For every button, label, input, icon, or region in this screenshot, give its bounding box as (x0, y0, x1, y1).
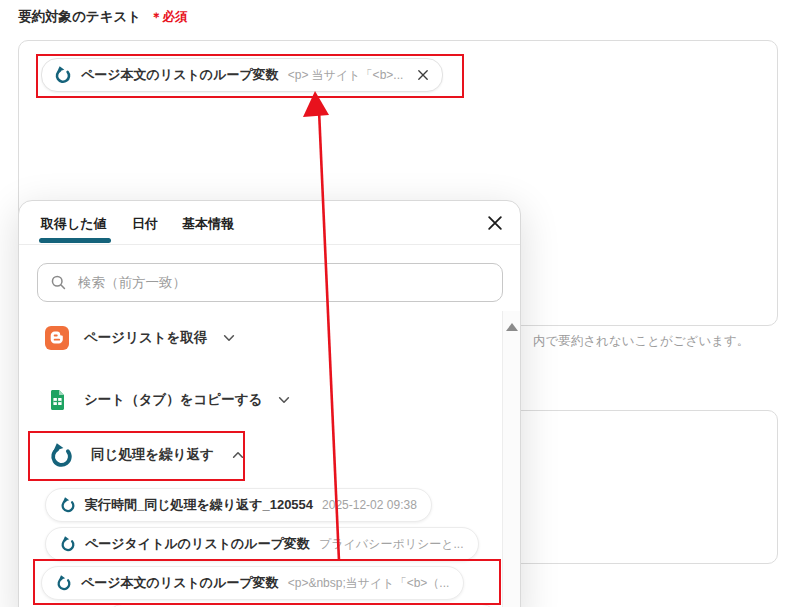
tab-date[interactable]: 日付 (132, 215, 158, 233)
group-row-sheets[interactable]: シート（タブ）をコピーする (45, 380, 291, 420)
group-label: 同じ処理を繰り返す (91, 446, 214, 464)
group-row-blogger[interactable]: ページリストを取得 (45, 318, 236, 358)
variable-label: ページタイトルのリストのループ変数 (85, 535, 310, 553)
screen: 要約対象のテキスト＊必須 ページ本文のリストのループ変数 <p> 当サイト「<b… (0, 0, 796, 607)
variable-preview: <p>&nbsp;当サイト「<b>（... (288, 575, 450, 592)
search-input[interactable] (76, 274, 490, 291)
variable-preview: プライバシーポリシーと... (319, 536, 464, 553)
chevron-down-icon (277, 393, 291, 407)
loop-icon (49, 443, 74, 468)
group-row-loop[interactable]: 同じ処理を繰り返す (49, 435, 245, 475)
loop-icon (60, 497, 76, 513)
variable-preview: 2025-12-02 09:38 (322, 498, 417, 512)
blogger-icon (45, 326, 69, 350)
search-box (37, 263, 503, 302)
chip-label: ページ本文のリストのループ変数 (81, 66, 279, 84)
required-badge: ＊必須 (150, 10, 188, 24)
modal-header: 取得した値 日付 基本情報 (19, 201, 520, 245)
variable-pill-page-body[interactable]: ページ本文のリストのループ変数 <p>&nbsp;当サイト「<b>（... (41, 566, 464, 600)
loop-icon (60, 536, 76, 552)
variable-label: 実行時間_同じ処理を繰り返す_120554 (85, 496, 313, 514)
chevron-down-icon (222, 331, 236, 345)
group-label: ページリストを取得 (84, 329, 207, 347)
search-icon (50, 274, 67, 291)
chip-close-icon[interactable] (416, 68, 430, 82)
tab-retrieved-values[interactable]: 取得した値 (41, 215, 107, 233)
loop-icon (54, 66, 72, 84)
selected-variable-chip[interactable]: ページ本文のリストのループ変数 <p> 当サイト「<b>... (41, 58, 443, 92)
scroll-up-arrow-icon[interactable] (506, 323, 518, 331)
variable-label: ページ本文のリストのループ変数 (81, 574, 279, 592)
variable-picker-modal: 取得した値 日付 基本情報 ページリストを取得 (18, 200, 521, 607)
field-label-text: 要約対象のテキスト (18, 9, 141, 24)
sheets-icon (45, 388, 69, 412)
variable-pill-runtime[interactable]: 実行時間_同じ処理を繰り返す_120554 2025-12-02 09:38 (45, 488, 432, 522)
modal-close-icon[interactable] (484, 212, 506, 234)
variable-pill-page-title[interactable]: ページタイトルのリストのループ変数 プライバシーポリシーと... (45, 527, 479, 561)
loop-icon (56, 575, 72, 591)
tab-basic-info[interactable]: 基本情報 (182, 215, 234, 233)
scrollbar[interactable] (502, 311, 520, 607)
group-label: シート（タブ）をコピーする (84, 391, 262, 409)
active-tab-underline (39, 238, 111, 243)
helper-text: 内で要約されないことがございます。 (533, 333, 749, 350)
chip-preview: <p> 当サイト「<b>... (288, 67, 404, 84)
field-label: 要約対象のテキスト＊必須 (18, 8, 188, 26)
chevron-up-icon (231, 448, 245, 462)
